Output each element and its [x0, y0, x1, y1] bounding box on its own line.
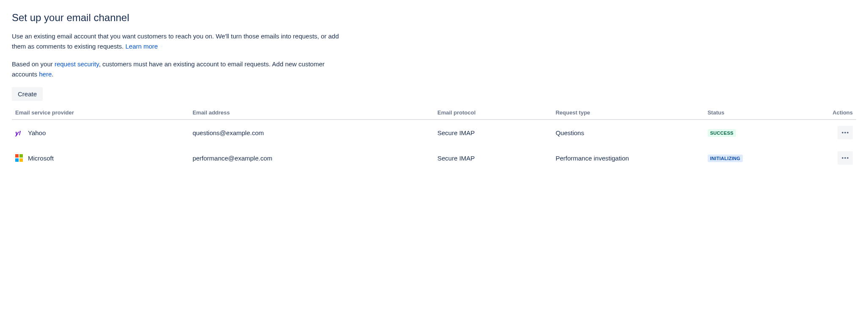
more-icon — [841, 128, 849, 137]
email-channels-table: Email service provider Email address Ema… — [12, 107, 856, 171]
create-button[interactable]: Create — [12, 87, 43, 101]
microsoft-icon — [15, 154, 23, 162]
table-header-row: Email service provider Email address Ema… — [12, 107, 856, 120]
add-customers-here-link[interactable]: here — [39, 71, 52, 78]
col-header-provider: Email service provider — [12, 107, 189, 120]
email-cell: questions@example.com — [189, 120, 434, 145]
request-security-link[interactable]: request security — [55, 60, 99, 68]
request-type-cell: Questions — [552, 120, 704, 145]
protocol-cell: Secure IMAP — [434, 120, 552, 145]
intro-paragraph-1: Use an existing email account that you w… — [12, 31, 350, 52]
table-row: Microsoftperformance@example.comSecure I… — [12, 145, 856, 171]
intro-block: Use an existing email account that you w… — [12, 31, 856, 79]
protocol-cell: Secure IMAP — [434, 145, 552, 171]
email-cell: performance@example.com — [189, 145, 434, 171]
intro-text: . — [52, 71, 53, 78]
col-header-email: Email address — [189, 107, 434, 120]
provider-name: Yahoo — [28, 129, 46, 136]
status-cell: INITIALIZING — [704, 145, 814, 171]
actions-cell — [814, 145, 856, 171]
learn-more-link[interactable]: Learn more — [125, 43, 158, 50]
intro-paragraph-2: Based on your request security, customer… — [12, 59, 350, 79]
row-actions-button[interactable] — [838, 126, 853, 139]
col-header-protocol: Email protocol — [434, 107, 552, 120]
col-header-request-type: Request type — [552, 107, 704, 120]
col-header-actions: Actions — [814, 107, 856, 120]
provider-cell: Yahoo — [12, 120, 189, 145]
request-type-cell: Performance investigation — [552, 145, 704, 171]
provider-cell: Microsoft — [12, 145, 189, 171]
status-badge: SUCCESS — [708, 129, 736, 137]
table-row: Yahooquestions@example.comSecure IMAPQue… — [12, 120, 856, 145]
more-icon — [841, 154, 849, 162]
intro-text: Use an existing email account that you w… — [12, 33, 339, 50]
actions-cell — [814, 120, 856, 145]
status-badge: INITIALIZING — [708, 155, 743, 162]
yahoo-icon — [15, 129, 23, 136]
intro-text: Based on your — [12, 60, 55, 68]
col-header-status: Status — [704, 107, 814, 120]
status-cell: SUCCESS — [704, 120, 814, 145]
page-title: Set up your email channel — [12, 12, 856, 24]
provider-name: Microsoft — [28, 155, 54, 162]
row-actions-button[interactable] — [838, 151, 853, 165]
